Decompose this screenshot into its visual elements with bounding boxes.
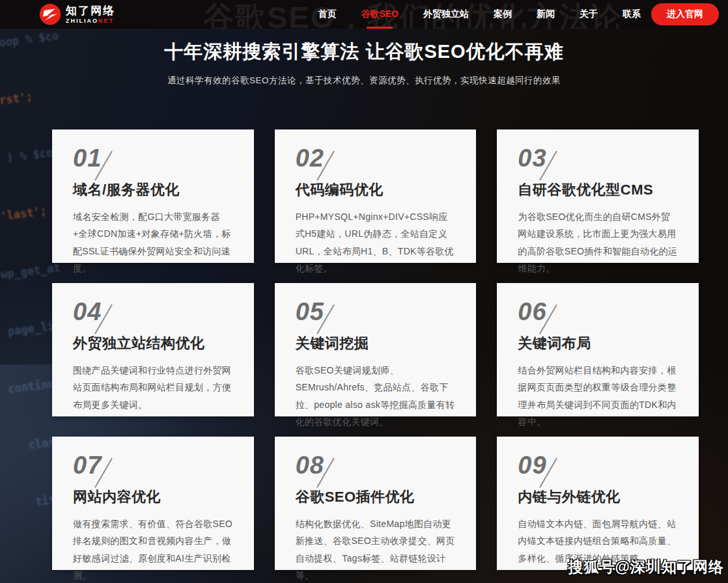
card-title: 域名/服务器优化 bbox=[73, 180, 234, 200]
card-internal-external-links[interactable]: 09 内链与外链优化 自动锚文本内链、面包屑导航内链、站内锚文本链接内链组合策略… bbox=[497, 437, 699, 570]
card-title: 网站内容优化 bbox=[73, 487, 234, 507]
card-title: 代码编码优化 bbox=[296, 180, 457, 200]
brand-name-en: ZHILIAONET bbox=[66, 18, 115, 24]
card-description: 结构化数据优化、SiteMap地图自动更新推送、谷歌SEO主动收录提交、网页自动… bbox=[296, 515, 457, 583]
brand-logo[interactable]: 知了网络 ZHILIAONET bbox=[39, 3, 115, 25]
top-navbar: 谷歌SEO，我们的优化方法论 知了网络 ZHILIAONET 首页 谷歌SEO … bbox=[0, 0, 728, 29]
nav-item-about[interactable]: 关于 bbox=[580, 0, 598, 29]
card-title: 外贸独立站结构优化 bbox=[73, 334, 234, 353]
nav-item-home[interactable]: 首页 bbox=[318, 0, 336, 29]
card-title: 关键词布局 bbox=[518, 334, 679, 353]
card-content-optimization[interactable]: 07 网站内容优化 做有搜索需求、有价值、符合谷歌SEO排名规则的图文和音视频内… bbox=[52, 437, 254, 570]
sohu-watermark: 搜狐号@深圳知了网络 bbox=[568, 557, 724, 577]
brand-name-cn: 知了网络 bbox=[66, 5, 115, 16]
card-number: 08 bbox=[296, 453, 324, 478]
card-description: PHP+MYSQL+Nginx+DIV+CSS响应式H5建站，URL伪静态，全站… bbox=[296, 208, 457, 277]
card-title: 谷歌SEO插件优化 bbox=[296, 487, 457, 507]
brand-wordmark: 知了网络 ZHILIAONET bbox=[66, 5, 115, 24]
enter-official-site-button[interactable]: 进入官网 bbox=[651, 3, 719, 25]
nav-item-contact[interactable]: 联系 bbox=[623, 0, 641, 29]
card-seo-plugin[interactable]: 08 谷歌SEO插件优化 结构化数据优化、SiteMap地图自动更新推送、谷歌S… bbox=[275, 437, 477, 570]
card-site-structure[interactable]: 04 外贸独立站结构优化 围绕产品关键词和行业特点进行外贸网站页面结构布局和网站… bbox=[52, 283, 254, 416]
hero-subtitle: 通过科学有效的谷歌SEO方法论，基于技术优势、资源优势、执行优势，实现快速超越同… bbox=[0, 75, 728, 87]
card-number: 01 bbox=[73, 146, 102, 170]
card-number: 07 bbox=[73, 453, 102, 478]
card-number: 03 bbox=[518, 146, 546, 170]
card-keyword-layout[interactable]: 06 关键词布局 结合外贸网站栏目结构和内容安排，根据网页页面类型的权重等级合理… bbox=[497, 283, 699, 416]
card-domain-server[interactable]: 01 域名/服务器优化 域名安全检测，配G口大带宽服务器+全球CDN加速+对象存… bbox=[52, 129, 254, 263]
card-number: 05 bbox=[296, 299, 324, 324]
hero-section: 十年深耕搜索引擎算法 让谷歌SEO优化不再难 通过科学有效的谷歌SEO方法论，基… bbox=[0, 39, 728, 87]
nav-item-google-seo[interactable]: 谷歌SEO bbox=[361, 0, 399, 29]
card-description: 域名安全检测，配G口大带宽服务器+全球CDN加速+对象存储+防火墙，标配SSL证… bbox=[73, 208, 234, 277]
active-tab-underline bbox=[367, 27, 393, 29]
main-navigation: 首页 谷歌SEO 外贸独立站 案例 新闻 关于 联系 bbox=[318, 0, 641, 29]
card-description: 围绕产品关键词和行业特点进行外贸网站页面结构布局和网站栏目规划，方便布局更多关键… bbox=[73, 362, 234, 413]
card-title: 内链与外链优化 bbox=[518, 487, 679, 507]
card-number: 04 bbox=[73, 299, 102, 324]
zhiliao-logo-icon bbox=[39, 3, 61, 25]
card-description: 为谷歌SEO优化而生的自研CMS外贸网站建设系统，比市面上更为强大易用的高阶谷歌… bbox=[518, 208, 679, 277]
card-cms[interactable]: 03 自研谷歌优化型CMS 为谷歌SEO优化而生的自研CMS外贸网站建设系统，比… bbox=[497, 129, 699, 263]
nav-item-cases[interactable]: 案例 bbox=[494, 0, 512, 29]
card-number: 06 bbox=[518, 299, 546, 324]
card-description: 做有搜索需求、有价值、符合谷歌SEO排名规则的图文和音视频内容生产，做好敏感词过… bbox=[73, 515, 234, 583]
nav-item-news[interactable]: 新闻 bbox=[537, 0, 555, 29]
card-title: 自研谷歌优化型CMS bbox=[518, 180, 679, 200]
card-number: 02 bbox=[296, 146, 324, 170]
hero-title: 十年深耕搜索引擎算法 让谷歌SEO优化不再难 bbox=[0, 39, 728, 64]
card-title: 关键词挖掘 bbox=[296, 334, 457, 353]
card-description: 谷歌SEO关键词规划师、SEMrush/Ahrefs、竞品站点、谷歌下拉、peo… bbox=[296, 362, 457, 430]
seo-method-card-grid: 01 域名/服务器优化 域名安全检测，配G口大带宽服务器+全球CDN加速+对象存… bbox=[52, 129, 699, 570]
nav-item-foreign-trade-site[interactable]: 外贸独立站 bbox=[423, 0, 469, 29]
card-number: 09 bbox=[518, 453, 546, 478]
card-description: 结合外贸网站栏目结构和内容安排，根据网页页面类型的权重等级合理分类整理并布局关键… bbox=[518, 362, 679, 430]
card-keyword-mining[interactable]: 05 关键词挖掘 谷歌SEO关键词规划师、SEMrush/Ahrefs、竞品站点… bbox=[275, 283, 477, 416]
card-code-optimization[interactable]: 02 代码编码优化 PHP+MYSQL+Nginx+DIV+CSS响应式H5建站… bbox=[275, 129, 477, 263]
